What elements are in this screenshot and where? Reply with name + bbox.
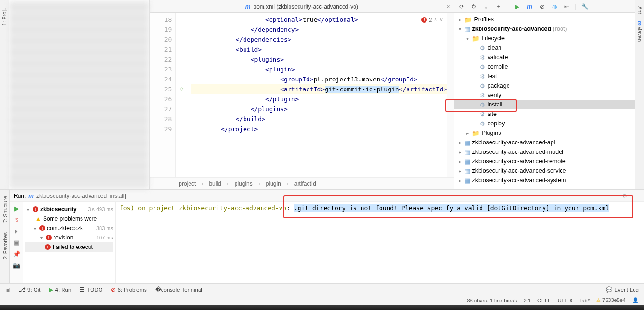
maven-file-icon: m xyxy=(245,3,251,10)
editor-gutter: 181920212223242526272829 xyxy=(150,13,176,177)
bottom-tool-stripe: ▣ ⎇9: Git ▶4: Run ☰TODO ⊘6: Problems �co… xyxy=(0,283,644,295)
settings-icon[interactable]: 🔧 xyxy=(581,3,589,10)
maven-module-zkbiosecurity-acc-advanced-system[interactable]: ▸▦zkbiosecurity-acc-advanced-system xyxy=(454,176,635,185)
favorites-tool-tab[interactable]: 2: Favorites xyxy=(2,232,8,259)
error-icon: ! xyxy=(421,17,427,23)
reimport-icon[interactable]: ⟳ xyxy=(458,3,465,10)
editor-panel: m pom.xml (zkbiosecurity-acc-advanced-vo… xyxy=(150,0,454,189)
toggle-offline-icon[interactable]: ⊘ xyxy=(538,3,546,10)
download-icon[interactable]: ⭳ xyxy=(482,3,490,10)
status-encoding[interactable]: UTF-8 xyxy=(558,298,572,303)
maven-module-zkbiosecurity-acc-advanced-remote[interactable]: ▸▦zkbiosecurity-acc-advanced-remote xyxy=(454,157,635,166)
terminal-tool-tab[interactable]: �consoleTerminal xyxy=(155,286,202,293)
maven-lifecycle-install[interactable]: ⚙install xyxy=(454,100,635,109)
project-tree-blurred xyxy=(9,0,150,189)
inspection-widget[interactable]: ! 2 ∧ ∨ xyxy=(421,17,443,23)
tool-windows-icon[interactable]: ▣ xyxy=(5,286,10,293)
status-bar: 86 chars, 1 line break 2:1 CRLF UTF-8 Ta… xyxy=(0,295,644,305)
problems-tool-tab[interactable]: ⊘6: Problems xyxy=(111,286,146,293)
code-area[interactable]: <optional>true</optional> </dependency> … xyxy=(189,13,447,177)
breadcrumb[interactable]: project›build›plugins›plugin›artifactId xyxy=(150,177,454,189)
run-tool-tab[interactable]: ▶4: Run xyxy=(49,286,71,293)
maven-lifecycle-site[interactable]: ⚙site xyxy=(454,109,635,119)
event-log-tab[interactable]: 💬Event Log xyxy=(606,286,639,293)
run-gutter: ▶ ⦸ ⏵ ▣ 📌 📷 xyxy=(10,202,23,283)
console-error-msg: .git directory is not found! Please spec… xyxy=(294,204,609,212)
layout-icon[interactable]: ▣ xyxy=(13,239,20,246)
breadcrumb-item[interactable]: project xyxy=(176,180,199,187)
run-tree-goal[interactable]: ▾! com.zkteco:zk383 ms xyxy=(25,223,113,233)
console-output[interactable]: fos) on project zkbiosecurity-acc-advanc… xyxy=(116,202,644,283)
chevron-down-icon[interactable]: ∨ xyxy=(439,17,443,23)
show-dependencies-icon[interactable]: ◍ xyxy=(551,3,558,10)
run-result-tree[interactable]: ▾! zkbiosecurity3 s 493 ms ▲ Some proble… xyxy=(23,202,116,283)
status-git-branch[interactable]: ⚠ 7533e5e4 xyxy=(596,297,626,303)
pin-icon[interactable]: 📌 xyxy=(13,250,20,257)
warning-icon: ▲ xyxy=(36,215,41,222)
taskbar-strip xyxy=(0,305,644,310)
editor-tab-pom[interactable]: m pom.xml (zkbiosecurity-acc-advanced-vo… xyxy=(150,3,454,10)
maven-lifecycle-compile[interactable]: ⚙compile xyxy=(454,62,635,71)
maven-lifecycle-clean[interactable]: ⚙clean xyxy=(454,43,635,53)
rerun-icon[interactable]: ▶ xyxy=(13,204,20,212)
run-config-name[interactable]: zkbiosecurity-acc-advanced [install] xyxy=(36,193,126,199)
maven-plugins-folder[interactable]: ▸📁Plugins xyxy=(454,128,635,138)
ant-tool-tab[interactable]: Ant xyxy=(637,6,643,14)
error-count: 2 xyxy=(429,17,432,23)
maven-lifecycle-deploy[interactable]: ⚙deploy xyxy=(454,119,635,128)
filter-icon[interactable]: ⏵ xyxy=(13,227,20,235)
maven-tool-tab[interactable]: Maven xyxy=(637,26,643,42)
minimize-icon[interactable]: — xyxy=(632,193,638,199)
maven-lifecycle-folder[interactable]: ▾📁Lifecycle xyxy=(454,34,635,43)
left-tool-stripe: 1: Proj... xyxy=(0,0,9,189)
collapse-icon[interactable]: ⇤ xyxy=(563,3,571,10)
maven-root-module[interactable]: ▾▦zkbiosecurity-acc-advanced (root) xyxy=(454,24,635,34)
maven-file-icon: m xyxy=(28,193,34,199)
maven-tool-tab-icon: m xyxy=(637,21,643,26)
maven-lifecycle-verify[interactable]: ⚙verify xyxy=(454,90,635,100)
breadcrumb-item[interactable]: plugins xyxy=(232,180,255,187)
status-inspect-icon[interactable]: 👤 xyxy=(632,297,639,303)
execute-goal-icon[interactable]: m xyxy=(526,3,534,10)
maven-module-zkbiosecurity-acc-advanced-model[interactable]: ▸▦zkbiosecurity-acc-advanced-model xyxy=(454,147,635,157)
status-selection: 86 chars, 1 line break xyxy=(467,298,517,303)
breadcrumb-item[interactable]: build xyxy=(206,180,224,187)
run-icon[interactable]: ▶ xyxy=(514,3,521,10)
run-settings-icon[interactable]: ⚙ xyxy=(622,193,627,199)
editor-marker-column: ⟳ xyxy=(176,13,189,177)
maven-module-zkbiosecurity-acc-advanced-api[interactable]: ▸▦zkbiosecurity-acc-advanced-api xyxy=(454,138,635,147)
error-stripe[interactable] xyxy=(447,13,454,177)
generate-sources-icon[interactable]: ⥁ xyxy=(470,3,478,10)
run-header: Run: m zkbiosecurity-acc-advanced [insta… xyxy=(10,190,644,202)
stop-error-icon[interactable]: ⦸ xyxy=(13,216,20,223)
project-tool-tab[interactable]: 1: Proj... xyxy=(1,6,7,26)
maven-toolbar: ⟳ ⥁ ⭳ ＋ | ▶ m ⊘ ◍ ⇤ | 🔧 xyxy=(454,0,635,13)
breadcrumb-item[interactable]: plugin xyxy=(263,180,284,187)
status-position[interactable]: 2:1 xyxy=(524,298,531,303)
right-tool-stripe: Ant m Maven xyxy=(635,0,644,189)
close-tab-icon[interactable]: × xyxy=(446,3,450,10)
run-tree-root[interactable]: ▾! zkbiosecurity3 s 493 ms xyxy=(25,204,113,214)
breadcrumb-item[interactable]: artifactId xyxy=(291,180,319,187)
maven-lifecycle-test[interactable]: ⚙test xyxy=(454,71,635,81)
structure-tool-tab[interactable]: 7: Structure xyxy=(2,196,8,223)
git-tool-tab[interactable]: ⎇9: Git xyxy=(19,286,40,293)
run-tree-failed[interactable]: ! Failed to execut xyxy=(25,242,113,252)
maven-tree[interactable]: ▸📁Profiles▾▦zkbiosecurity-acc-advanced (… xyxy=(454,13,635,189)
run-tool-window: 7: Structure 2: Favorites Run: m zkbiose… xyxy=(0,189,644,283)
error-icon: ! xyxy=(33,206,38,212)
error-icon: ! xyxy=(45,244,51,250)
todo-tool-tab[interactable]: ☰TODO xyxy=(80,286,102,293)
maven-lifecycle-package[interactable]: ⚙package xyxy=(454,81,635,90)
camera-icon[interactable]: 📷 xyxy=(13,261,20,269)
run-tree-warning[interactable]: ▲ Some problems were xyxy=(25,214,113,223)
maven-module-zkbiosecurity-acc-advanced-service[interactable]: ▸▦zkbiosecurity-acc-advanced-service xyxy=(454,166,635,176)
add-icon[interactable]: ＋ xyxy=(495,3,502,10)
run-tree-revision[interactable]: ▾! revision107 ms xyxy=(25,233,113,242)
console-prefix: fos) on project zkbiosecurity-acc-advanc… xyxy=(119,204,286,212)
status-indent[interactable]: Tab* xyxy=(579,298,590,303)
maven-lifecycle-validate[interactable]: ⚙validate xyxy=(454,53,635,62)
status-line-sep[interactable]: CRLF xyxy=(537,298,551,303)
maven-profiles[interactable]: ▸📁Profiles xyxy=(454,15,635,24)
chevron-up-icon[interactable]: ∧ xyxy=(434,17,437,23)
